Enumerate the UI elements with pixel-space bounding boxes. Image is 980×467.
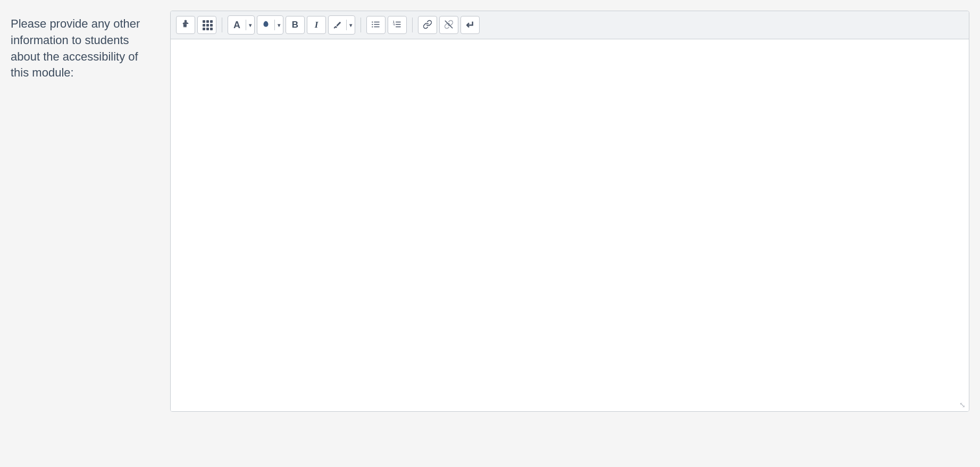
unordered-list-button[interactable]: [366, 16, 386, 34]
separator-3: [412, 18, 413, 32]
ordered-list-button[interactable]: 1 ½: [388, 16, 407, 34]
separator-1: [222, 18, 222, 32]
color-dropdown-arrow[interactable]: ▾: [275, 16, 283, 34]
grid-button[interactable]: [197, 16, 216, 34]
accessibility-icon: [181, 20, 190, 31]
unlink-icon: [444, 20, 454, 31]
label-section: Please provide any other information to …: [11, 11, 160, 81]
color-dropdown-group[interactable]: ▾: [257, 15, 283, 35]
separator-2: [361, 18, 361, 32]
svg-rect-5: [374, 24, 380, 25]
list-ordered-icon: 1 ½: [392, 20, 402, 31]
font-button[interactable]: A: [228, 16, 246, 34]
grid-icon: [203, 20, 212, 30]
svg-rect-11: [396, 24, 401, 25]
svg-rect-3: [374, 21, 380, 22]
svg-rect-12: [396, 26, 401, 27]
field-label: Please provide any other information to …: [11, 16, 160, 81]
brush-button[interactable]: [329, 16, 346, 34]
rich-text-editor: A ▾ ▾ B I: [170, 11, 969, 412]
list-unordered-icon: [371, 20, 381, 31]
accessibility-button[interactable]: [176, 16, 195, 34]
font-dropdown-arrow[interactable]: ▾: [246, 16, 254, 34]
resize-handle[interactable]: ⤡: [959, 401, 966, 409]
page-container: Please provide any other information to …: [11, 11, 969, 412]
svg-point-6: [372, 26, 373, 27]
svg-rect-7: [374, 26, 380, 27]
bold-button[interactable]: B: [286, 16, 305, 34]
return-icon: ↵: [466, 20, 475, 30]
return-button[interactable]: ↵: [460, 16, 480, 34]
italic-icon: I: [315, 20, 319, 30]
editor-toolbar: A ▾ ▾ B I: [171, 11, 969, 39]
italic-button[interactable]: I: [307, 16, 326, 34]
link-button[interactable]: [418, 16, 437, 34]
editor-content-area[interactable]: ⤡: [171, 39, 969, 411]
unlink-button[interactable]: [439, 16, 458, 34]
font-dropdown-group[interactable]: A ▾: [228, 15, 255, 35]
bold-icon: B: [292, 20, 298, 30]
color-button[interactable]: [257, 16, 274, 34]
link-icon: [423, 20, 432, 31]
svg-point-4: [372, 23, 373, 24]
format-dropdown-group[interactable]: ▾: [328, 15, 355, 35]
svg-point-2: [372, 21, 373, 22]
svg-rect-9: [396, 21, 401, 22]
brush-dropdown-arrow[interactable]: ▾: [347, 16, 355, 34]
svg-text:½: ½: [393, 22, 396, 26]
